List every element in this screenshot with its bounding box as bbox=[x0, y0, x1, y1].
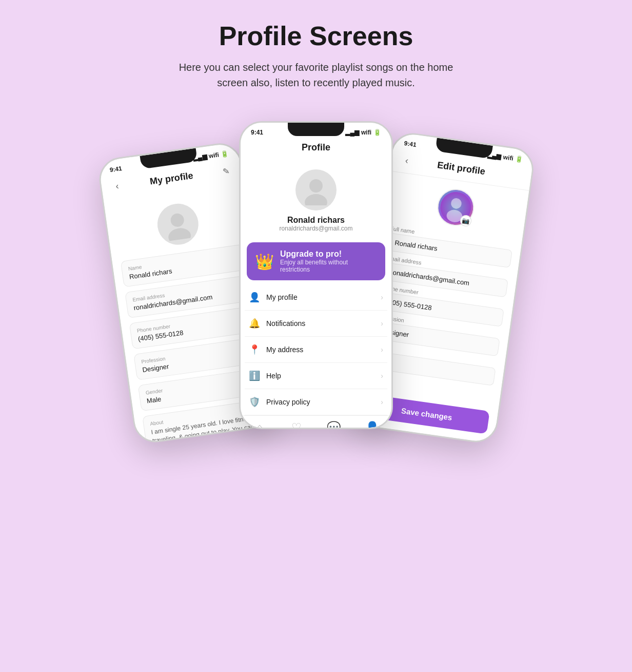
my-profile-label: My profile bbox=[266, 293, 298, 301]
upgrade-text: Upgrade to pro! Enjoy all benefits witho… bbox=[280, 249, 377, 273]
my-profile-title: My profile bbox=[149, 170, 194, 187]
time-right: 9:41 bbox=[404, 140, 417, 148]
back-button-left[interactable]: ‹ bbox=[109, 178, 126, 195]
help-icon: ℹ️ bbox=[249, 370, 260, 381]
chat-icon: 💬 bbox=[327, 421, 341, 428]
page-title: Profile Screens bbox=[162, 21, 470, 51]
menu-item-my-address[interactable]: 📍 My address › bbox=[245, 337, 387, 363]
center-avatar bbox=[295, 169, 337, 210]
upgrade-subtitle: Enjoy all benefits without restrictions bbox=[280, 259, 377, 273]
upgrade-banner[interactable]: 👑 Upgrade to pro! Enjoy all benefits wit… bbox=[247, 242, 385, 280]
back-button-right[interactable]: ‹ bbox=[399, 152, 415, 169]
phone-profile-menu: 9:41 ▂▄▆ wifi 🔋 Profile bbox=[239, 121, 393, 429]
notifications-icon: 🔔 bbox=[249, 318, 260, 329]
center-user-name: Ronald richars bbox=[287, 216, 345, 225]
svg-point-1 bbox=[167, 227, 192, 242]
page-subtitle: Here you can select your favorite playli… bbox=[162, 60, 470, 90]
screen-profile-menu: 9:41 ▂▄▆ wifi 🔋 Profile bbox=[241, 123, 391, 428]
nav-home[interactable]: ⌂ Home bbox=[253, 421, 267, 428]
page-header: Profile Screens Here you can select your… bbox=[162, 21, 470, 90]
chevron-privacy: › bbox=[381, 398, 383, 406]
privacy-label: Privacy policy bbox=[266, 398, 310, 406]
menu-list: 👤 My profile › 🔔 Notifications › bbox=[241, 284, 391, 415]
upgrade-title: Upgrade to pro! bbox=[280, 249, 377, 259]
bottom-nav: ⌂ Home ♡ Likes 💬 Chat 👤 Profile bbox=[241, 415, 391, 428]
likes-icon: ♡ bbox=[291, 421, 302, 428]
menu-item-help[interactable]: ℹ️ Help › bbox=[245, 363, 387, 389]
center-avatar-container: Ronald richars ronaldrichards@gmail.com bbox=[241, 161, 391, 238]
edit-button-left[interactable]: ✎ bbox=[218, 163, 234, 179]
menu-item-privacy[interactable]: 🛡️ Privacy policy › bbox=[245, 389, 387, 415]
my-address-icon: 📍 bbox=[249, 344, 260, 355]
phones-container: 9:41 ▂▄▆ wifi 🔋 ‹ My profile ✎ bbox=[34, 121, 598, 439]
time-center: 9:41 bbox=[251, 129, 263, 136]
notifications-label: Notifications bbox=[266, 319, 305, 328]
menu-item-my-profile[interactable]: 👤 My profile › bbox=[245, 284, 387, 311]
svg-point-3 bbox=[305, 194, 327, 205]
chevron-address: › bbox=[381, 345, 383, 354]
my-profile-icon: 👤 bbox=[249, 292, 260, 303]
my-address-label: My address bbox=[266, 345, 303, 354]
crown-icon: 👑 bbox=[255, 253, 274, 271]
nav-likes[interactable]: ♡ Likes bbox=[290, 421, 302, 428]
avatar-left bbox=[155, 201, 201, 247]
svg-point-0 bbox=[170, 213, 185, 227]
chevron-my-profile: › bbox=[381, 293, 383, 301]
notch-center bbox=[288, 123, 344, 136]
center-header: Profile bbox=[241, 138, 391, 159]
center-title: Profile bbox=[302, 142, 330, 153]
nav-profile[interactable]: 👤 Profile bbox=[365, 421, 379, 428]
center-avatar-svg bbox=[301, 175, 331, 205]
status-icons-center: ▂▄▆ wifi 🔋 bbox=[345, 129, 381, 136]
menu-item-notifications[interactable]: 🔔 Notifications › bbox=[245, 311, 387, 337]
help-label: Help bbox=[266, 372, 281, 380]
center-user-email: ronaldrichards@gmail.com bbox=[280, 225, 353, 232]
profile-nav-icon: 👤 bbox=[365, 421, 379, 428]
nav-chat[interactable]: 💬 Chat bbox=[327, 421, 341, 428]
chevron-notifications: › bbox=[381, 319, 383, 328]
chevron-help: › bbox=[381, 372, 383, 380]
time-left: 9:41 bbox=[109, 165, 123, 174]
privacy-icon: 🛡️ bbox=[249, 396, 260, 408]
avatar-svg-left bbox=[161, 207, 195, 242]
edit-profile-title: Edit profile bbox=[437, 160, 486, 177]
home-icon: ⌂ bbox=[256, 421, 263, 428]
svg-point-2 bbox=[309, 179, 323, 193]
